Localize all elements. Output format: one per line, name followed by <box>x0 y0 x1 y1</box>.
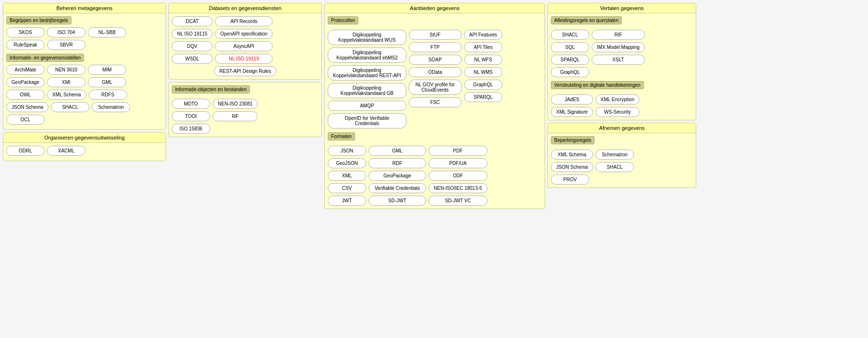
item-mdto[interactable]: MDTO <box>172 99 210 109</box>
item-jades[interactable]: JAdES <box>551 94 593 105</box>
protocollen-section: Protocollen DigikoppelingKoppelvlakstand… <box>328 16 542 128</box>
beperkingsregels-cols: XML Schema JSON Schema Schematron SHACL <box>551 150 693 172</box>
item-rif[interactable]: RIF <box>592 30 645 40</box>
informatieobjecten-body: Informatie-objecten en bestanden MDTO TO… <box>169 82 321 137</box>
item-rulespeak[interactable]: RuleSpeak <box>6 40 45 50</box>
item-graphql-afl[interactable]: GraphQL <box>551 67 589 77</box>
informatie-section: Informatie- en gegevensmodellen ArchiMat… <box>6 54 163 125</box>
formaten-col1: JSON GeoJSON XML CSV JWT <box>328 146 366 206</box>
panel-afnemen: Afnemen gegevens Beperkingsregels XML Sc… <box>547 123 696 188</box>
item-odf[interactable]: ODF <box>428 171 488 181</box>
item-nliso19115[interactable]: NL ISO 19115 <box>172 29 213 39</box>
item-archimate[interactable]: ArchiMate <box>6 65 45 75</box>
item-xmlschema-afn[interactable]: XML Schema <box>551 150 593 160</box>
item-owl[interactable]: OWL <box>6 90 45 100</box>
item-pdf[interactable]: PDF <box>428 146 488 156</box>
item-asyncapi[interactable]: AsyncAPI <box>215 41 273 51</box>
item-jsonschema[interactable]: JSON Schema <box>6 102 48 112</box>
item-sdjwt[interactable]: SD-JWT <box>369 196 426 206</box>
item-tooi[interactable]: TOOI <box>172 111 210 121</box>
item-jwt[interactable]: JWT <box>328 196 366 206</box>
item-apitiles[interactable]: API Tiles <box>464 42 502 52</box>
item-nliso19119[interactable]: NL ISO 19119 <box>215 54 273 64</box>
item-digi-wus[interactable]: DigikoppelingKoppelvlakstandaard WUS <box>328 30 406 45</box>
item-prov[interactable]: PROV <box>551 175 589 185</box>
item-geopackage-fmt[interactable]: GeoPackage <box>369 171 426 181</box>
item-nlsbb[interactable]: NL-SBB <box>88 27 126 37</box>
item-digi-ebms2[interactable]: DigikoppelingKoppelvlakstandaard ebMS2 <box>328 47 406 63</box>
item-graphql-prot[interactable]: GraphQL <box>464 80 502 90</box>
item-nen3610[interactable]: NEN 3610 <box>47 65 85 75</box>
item-xmlschema[interactable]: XML Schema <box>47 90 86 100</box>
versleuteling-col2: XML Encryption WS-Security <box>595 94 640 117</box>
item-iso15836[interactable]: ISO 15836 <box>172 124 210 134</box>
item-skos[interactable]: SKOS <box>6 27 45 37</box>
item-iso704[interactable]: ISO 704 <box>47 27 85 37</box>
item-odrl[interactable]: ODRL <box>6 146 45 156</box>
item-dcat[interactable]: DCAT <box>172 16 213 26</box>
item-openapi[interactable]: OpenAPI specification <box>215 29 273 39</box>
protocollen-col1: DigikoppelingKoppelvlakstandaard WUS Dig… <box>328 30 406 128</box>
item-xmlenc[interactable]: XML Encryption <box>595 94 640 105</box>
item-neniso18013[interactable]: NEN-ISO/IEC 18013-5 <box>428 183 488 193</box>
item-geopackage[interactable]: GeoPackage <box>6 77 45 87</box>
item-xml[interactable]: XML <box>328 171 366 181</box>
item-nlgov[interactable]: NL GOV profile forCloudEvents <box>409 80 462 95</box>
item-xacml[interactable]: XACML <box>47 146 85 156</box>
item-mim[interactable]: MIM <box>88 65 126 75</box>
item-imxmm[interactable]: IMX Model Mapping <box>592 42 645 52</box>
item-fsc[interactable]: FSC <box>409 97 462 107</box>
item-wsdl[interactable]: WSDL <box>172 54 213 64</box>
item-geojson[interactable]: GeoJSON <box>328 158 366 168</box>
item-dqv[interactable]: DQV <box>172 41 213 51</box>
versleuteling-cols: JAdES XML Signature XML Encryption WS-Se… <box>551 94 693 117</box>
informatieobjecten-col1: MDTO TOOI ISO 15836 <box>172 99 210 134</box>
item-wssecurity[interactable]: WS-Security <box>595 107 640 117</box>
item-sparql-afl[interactable]: SPARQL <box>551 55 589 65</box>
informatie-label: Informatie- en gegevensmodellen <box>6 54 84 62</box>
item-openid[interactable]: OpenID for VerifiableCredentials <box>328 113 406 128</box>
item-sbvr[interactable]: SBVR <box>47 40 85 50</box>
item-json[interactable]: JSON <box>328 146 366 156</box>
item-ftp[interactable]: FTP <box>409 42 462 52</box>
item-amqp[interactable]: AMQP <box>328 101 406 111</box>
item-schematron-beh[interactable]: Schematron <box>92 102 130 112</box>
item-xmlsig[interactable]: XML Signature <box>551 107 593 117</box>
item-rdf[interactable]: RDF <box>369 158 426 168</box>
item-ocl[interactable]: OCL <box>6 115 45 125</box>
item-jsonschema-afn[interactable]: JSON Schema <box>551 162 593 172</box>
item-xmi[interactable]: XMI <box>47 77 85 87</box>
item-digi-rest[interactable]: DigikoppelingKoppelvlakstandaard REST-AP… <box>328 65 406 81</box>
item-sdjwtvc[interactable]: SD-JWT VC <box>428 196 488 206</box>
item-gml[interactable]: GML <box>88 77 126 87</box>
item-rdfs[interactable]: RDFS <box>89 90 127 100</box>
panel-aanbieden: Aanbieden gegevens Protocollen Digikoppe… <box>324 3 545 209</box>
panel-organiseren: Organiseren gegevensuitwisseling ODRL XA… <box>3 132 166 161</box>
item-shacl-afl[interactable]: SHACL <box>551 30 589 40</box>
item-gml-fmt[interactable]: GML <box>369 146 426 156</box>
item-soap[interactable]: SOAP <box>409 55 462 65</box>
item-vc[interactable]: Verifiable Credentials <box>369 183 426 193</box>
item-iiif[interactable]: IIIF <box>213 111 258 121</box>
item-stuf[interactable]: StUF <box>409 30 462 40</box>
datasets-col1: DCAT NL ISO 19115 DQV WSDL <box>172 16 213 64</box>
datasets-col2: API Records OpenAPI specification AsyncA… <box>215 16 273 64</box>
item-restapidesign[interactable]: REST-API Design Rules <box>214 66 276 76</box>
item-nlwfs[interactable]: NL WFS <box>464 55 502 65</box>
organiseren-body: ODRL XACML <box>3 143 166 161</box>
item-xslt[interactable]: XSLT <box>592 55 645 65</box>
item-apifeatures[interactable]: API Features <box>464 30 502 40</box>
item-odata[interactable]: OData <box>409 67 462 77</box>
item-neniso23081[interactable]: NEN-ISO 23081 <box>213 99 258 109</box>
item-csv[interactable]: CSV <box>328 183 366 193</box>
item-nlwms[interactable]: NL WMS <box>464 67 502 77</box>
item-sql[interactable]: SQL <box>551 42 589 52</box>
item-pdfua[interactable]: PDF/UA <box>428 158 488 168</box>
item-digi-gb[interactable]: DigikoppelingKoppelvlakstandaard GB <box>328 83 406 98</box>
item-sparql-prot[interactable]: SPARQL <box>464 92 502 102</box>
item-shacl-beh[interactable]: SHACL <box>51 102 89 112</box>
datasets-body: DCAT NL ISO 19115 DQV WSDL API Records O… <box>169 13 321 79</box>
item-schematron-afn[interactable]: Schematron <box>595 150 634 160</box>
item-apirecords[interactable]: API Records <box>215 16 273 26</box>
item-shacl-afn[interactable]: SHACL <box>595 162 634 172</box>
